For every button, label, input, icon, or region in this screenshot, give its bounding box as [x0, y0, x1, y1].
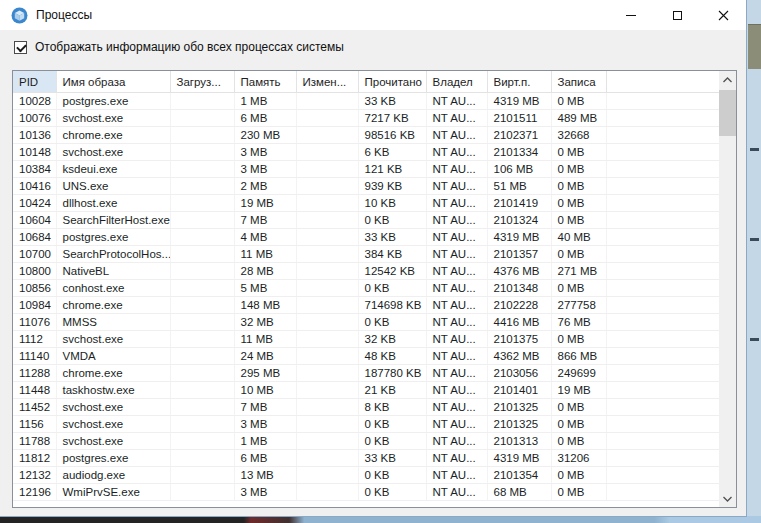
table-cell[interactable]: 31206	[551, 450, 606, 467]
table-cell[interactable]: 866 MB	[551, 348, 606, 365]
table-cell[interactable]: NT AU...	[426, 382, 487, 399]
table-cell[interactable]: 2101325	[487, 416, 551, 433]
table-cell[interactable]: 0 KB	[358, 467, 426, 484]
column-header-3[interactable]: Память	[234, 71, 296, 93]
table-cell[interactable]: 11812	[13, 450, 56, 467]
table-cell[interactable]	[170, 450, 234, 467]
table-cell[interactable]	[170, 127, 234, 144]
table-cell[interactable]: 2101348	[487, 280, 551, 297]
table-cell[interactable]: 10 KB	[358, 195, 426, 212]
table-cell[interactable]: NT AU...	[426, 263, 487, 280]
table-cell[interactable]: 76 MB	[551, 314, 606, 331]
column-header-4[interactable]: Измен...	[296, 71, 358, 93]
table-cell[interactable]: conhost.exe	[56, 280, 170, 297]
table-cell[interactable]: 10856	[13, 280, 56, 297]
table-row[interactable]: 10684postgres.exe4 MB33 KBNT AU...4319 M…	[13, 229, 719, 246]
table-cell[interactable]: 40 MB	[551, 229, 606, 246]
table-cell[interactable]: NT AU...	[426, 365, 487, 382]
table-cell[interactable]: 2101511	[487, 110, 551, 127]
table-cell[interactable]: NT AU...	[426, 314, 487, 331]
table-cell[interactable]	[170, 348, 234, 365]
table-cell[interactable]: 4319 MB	[487, 93, 551, 110]
table-cell[interactable]: 7217 KB	[358, 110, 426, 127]
table-cell[interactable]: 714698 KB	[358, 297, 426, 314]
table-cell[interactable]	[296, 382, 358, 399]
table-cell[interactable]: 0 KB	[358, 280, 426, 297]
table-cell[interactable]: 10700	[13, 246, 56, 263]
table-cell[interactable]	[296, 93, 358, 110]
table-row[interactable]: 10984chrome.exe148 MB714698 KBNT AU...21…	[13, 297, 719, 314]
table-cell[interactable]	[170, 93, 234, 110]
table-cell[interactable]: NT AU...	[426, 433, 487, 450]
table-cell[interactable]: 489 MB	[551, 110, 606, 127]
table-cell[interactable]: chrome.exe	[56, 127, 170, 144]
table-cell[interactable]: 3 MB	[234, 161, 296, 178]
table-cell[interactable]: 2 MB	[234, 178, 296, 195]
table-cell[interactable]	[170, 331, 234, 348]
table-cell[interactable]: 1112	[13, 331, 56, 348]
column-header-6[interactable]: Владел	[426, 71, 487, 93]
table-cell[interactable]	[170, 433, 234, 450]
table-cell[interactable]: 2101325	[487, 399, 551, 416]
table-row[interactable]: 11288chrome.exe295 MB187780 KBNT AU...21…	[13, 365, 719, 382]
table-cell[interactable]: 0 MB	[551, 399, 606, 416]
table-cell[interactable]: 2101313	[487, 433, 551, 450]
table-cell[interactable]: chrome.exe	[56, 297, 170, 314]
table-cell[interactable]	[296, 144, 358, 161]
table-cell[interactable]	[170, 178, 234, 195]
table-cell[interactable]	[296, 263, 358, 280]
table-cell[interactable]	[296, 280, 358, 297]
table-cell[interactable]	[170, 365, 234, 382]
table-cell[interactable]: 3 MB	[234, 416, 296, 433]
table-cell[interactable]: 32 KB	[358, 331, 426, 348]
table-cell[interactable]: 10984	[13, 297, 56, 314]
table-cell[interactable]: 11452	[13, 399, 56, 416]
table-cell[interactable]: 10384	[13, 161, 56, 178]
table-cell[interactable]: 11 MB	[234, 331, 296, 348]
table-cell[interactable]: 11 MB	[234, 246, 296, 263]
table-cell[interactable]: 28 MB	[234, 263, 296, 280]
table-cell[interactable]: postgres.exe	[56, 93, 170, 110]
column-header-1[interactable]: Имя образа	[56, 71, 170, 93]
table-cell[interactable]: 7 MB	[234, 399, 296, 416]
table-cell[interactable]: NT AU...	[426, 297, 487, 314]
table-cell[interactable]: 0 MB	[551, 93, 606, 110]
table-cell[interactable]: 1 MB	[234, 93, 296, 110]
table-cell[interactable]: 2101375	[487, 331, 551, 348]
table-cell[interactable]: 1156	[13, 416, 56, 433]
table-row[interactable]: 10424dllhost.exe19 MB10 KBNT AU...210141…	[13, 195, 719, 212]
table-cell[interactable]	[296, 467, 358, 484]
table-cell[interactable]: postgres.exe	[56, 229, 170, 246]
table-row[interactable]: 10136chrome.exe230 MB98516 KBNT AU...210…	[13, 127, 719, 144]
table-row[interactable]: 11076MMSS32 MB0 KBNT AU...4416 MB76 MB	[13, 314, 719, 331]
table-cell[interactable]: 11076	[13, 314, 56, 331]
table-cell[interactable]	[296, 416, 358, 433]
table-cell[interactable]	[170, 399, 234, 416]
table-cell[interactable]	[296, 127, 358, 144]
table-cell[interactable]: 11448	[13, 382, 56, 399]
table-cell[interactable]: NT AU...	[426, 110, 487, 127]
table-cell[interactable]: 10424	[13, 195, 56, 212]
scroll-down-button[interactable]	[719, 490, 736, 507]
table-cell[interactable]: 12132	[13, 467, 56, 484]
table-row[interactable]: 11788svchost.exe1 MB0 KBNT AU...21013130…	[13, 433, 719, 450]
titlebar[interactable]: Процессы	[0, 0, 746, 30]
table-row[interactable]: 12196WmiPrvSE.exe3 MB0 KBNT AU...68 MB0 …	[13, 484, 719, 501]
table-cell[interactable]: taskhostw.exe	[56, 382, 170, 399]
table-cell[interactable]: NT AU...	[426, 161, 487, 178]
table-cell[interactable]: 0 KB	[358, 433, 426, 450]
table-cell[interactable]: 10 MB	[234, 382, 296, 399]
table-cell[interactable]: 2103056	[487, 365, 551, 382]
column-header-5[interactable]: Прочитано	[358, 71, 426, 93]
table-cell[interactable]: svchost.exe	[56, 399, 170, 416]
table-cell[interactable]	[296, 178, 358, 195]
table-cell[interactable]: 0 KB	[358, 212, 426, 229]
table-cell[interactable]: NT AU...	[426, 178, 487, 195]
table-cell[interactable]: 2102228	[487, 297, 551, 314]
table-cell[interactable]: NT AU...	[426, 348, 487, 365]
vertical-scrollbar[interactable]	[719, 71, 736, 507]
table-cell[interactable]	[296, 195, 358, 212]
table-cell[interactable]: svchost.exe	[56, 110, 170, 127]
table-cell[interactable]	[296, 484, 358, 501]
table-cell[interactable]	[296, 365, 358, 382]
